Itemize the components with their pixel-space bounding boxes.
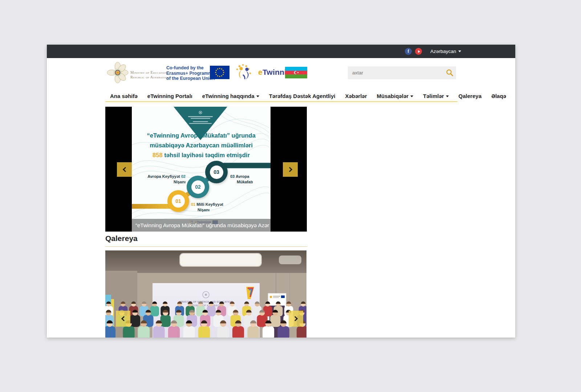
chevron-down-icon (410, 95, 413, 97)
search-box (348, 66, 456, 79)
main-navigation: Ana səhifə eTwinning Portalı eTwinning h… (105, 91, 458, 102)
chevron-right-icon (287, 167, 292, 172)
gallery-carousel: MINISTRY OF SCIENCE AND EDUCATION REPUBL… (105, 250, 306, 338)
nav-item-contact[interactable]: Əlaqə (491, 93, 506, 99)
gallery-image[interactable]: MINISTRY OF SCIENCE AND EDUCATION REPUBL… (105, 250, 306, 338)
nav-item-trainings[interactable]: Təlimlər (423, 93, 449, 99)
magnifier-icon (446, 69, 454, 77)
nav-item-partner-support-agency[interactable]: Tərəfdaş Dəstək Agentliyi (269, 93, 336, 99)
steps-infographic (132, 107, 271, 232)
chevron-down-icon (458, 50, 461, 52)
carousel-slide[interactable]: “eTwinning Avropa Mükafatı” uğrunda müsa… (132, 107, 271, 232)
carousel-prev-button[interactable] (117, 162, 132, 177)
eu-flag-icon (210, 66, 229, 79)
eu-cofunded-text: Co-funded by the Erasmus+ Programme of t… (166, 65, 215, 81)
step-label-1: 01 Milli Keyfiyyət Nişanı (191, 202, 223, 213)
svg-text:MINISTRY OF SCIENCE AND EDUCAT: MINISTRY OF SCIENCE AND EDUCATION (179, 300, 233, 303)
search-input[interactable] (348, 66, 456, 79)
nav-item-etwinning-portal[interactable]: eTwinning Portalı (147, 93, 192, 99)
gallery-next-button[interactable] (289, 311, 303, 327)
chevron-right-icon (293, 316, 298, 321)
chevron-down-icon (446, 95, 449, 97)
gallery-prev-button[interactable] (116, 311, 130, 327)
step-circle-2: 02 (187, 176, 209, 198)
nav-item-news[interactable]: Xəbərlər (345, 93, 367, 99)
language-label: Azərbaycan (430, 49, 456, 54)
step-label-3: 03 Avropa Mükafatı (230, 174, 253, 185)
nav-item-home[interactable]: Ana səhifə (110, 93, 138, 99)
language-selector[interactable]: Azərbaycan (430, 45, 461, 58)
gallery-divider (105, 246, 307, 247)
chevron-left-icon (121, 316, 126, 321)
gallery-heading: Qalereya (105, 234, 138, 243)
ministry-emblem-logo (107, 62, 128, 83)
nav-item-gallery[interactable]: Qalereya (459, 93, 482, 99)
step-circle-1: 01 (167, 190, 189, 212)
svg-text:REPUBLIC OF AZERBAIJAN: REPUBLIC OF AZERBAIJAN (189, 304, 223, 307)
nav-item-competitions[interactable]: Müsabiqələr (377, 93, 414, 99)
search-button[interactable] (445, 69, 454, 77)
slide-caption: “eTwinning Avropa Mükafatı” uğrunda müsa… (132, 219, 271, 232)
carousel-next-button[interactable] (283, 162, 298, 177)
top-bar: f Azərbaycan (47, 45, 515, 58)
news-carousel: “eTwinning Avropa Mükafatı” uğrunda müsa… (105, 107, 307, 232)
chevron-left-icon (122, 167, 127, 172)
play-icon (418, 50, 420, 53)
facebook-icon[interactable]: f (405, 48, 412, 55)
webpage: f Azərbaycan Ministry of Education Repub… (47, 45, 515, 338)
youtube-icon[interactable] (415, 48, 422, 55)
step-label-2: Avropa Keyfiyyət 02 Nişanı (142, 174, 186, 185)
nav-item-about-etwinning[interactable]: eTwinning haqqında (202, 93, 259, 99)
etwinning-figures-icon (235, 64, 258, 81)
azerbaijan-flag-icon (285, 67, 307, 78)
chevron-down-icon (256, 95, 259, 97)
social-links: f (405, 48, 422, 55)
ministry-name: Ministry of Education Republic of Azerba… (130, 70, 168, 79)
step-circle-3: 03 (205, 161, 228, 183)
